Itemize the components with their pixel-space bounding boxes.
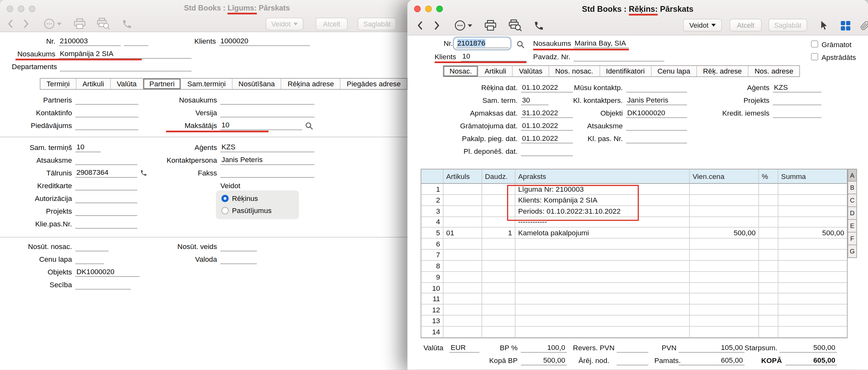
matrix-tab-c[interactable]: C <box>848 194 857 207</box>
pct-cell[interactable] <box>759 272 778 282</box>
summa-cell[interactable] <box>778 250 847 260</box>
talrunis-field[interactable]: 29087364 <box>75 168 137 178</box>
vien-cena-cell[interactable] <box>690 294 759 304</box>
drag-menu-icon[interactable] <box>41 18 63 30</box>
print-preview-icon[interactable] <box>508 20 523 32</box>
artikuls-cell[interactable] <box>443 195 483 205</box>
vien-cena-cell[interactable] <box>690 195 759 205</box>
vien-cena-cell[interactable] <box>690 272 759 282</box>
pamats-field[interactable]: 605,00 <box>679 356 744 366</box>
artikuls-cell[interactable] <box>443 239 483 249</box>
summa-cell[interactable]: 500,00 <box>778 228 847 238</box>
atcelt-button[interactable]: Atcelt <box>730 19 762 32</box>
select-tool-icon[interactable] <box>818 20 830 31</box>
artikuls-cell[interactable]: 01 <box>443 228 483 238</box>
apraksts-cell[interactable] <box>516 315 690 326</box>
daudz-cell[interactable] <box>482 305 515 315</box>
tab-artikuli[interactable]: Artikuli <box>478 66 513 76</box>
autorizacija-field[interactable] <box>75 194 137 203</box>
maksatajs-field[interactable]: 10 <box>220 121 302 130</box>
summa-cell[interactable] <box>778 327 847 337</box>
projekts-field[interactable] <box>75 206 137 216</box>
artikuls-cell[interactable] <box>443 261 483 271</box>
summa-cell[interactable] <box>778 272 847 282</box>
pct-cell[interactable] <box>759 239 778 249</box>
piedavajums-field[interactable] <box>75 121 138 130</box>
minimize-button[interactable] <box>425 5 432 12</box>
atsauksme-field[interactable] <box>75 156 137 165</box>
matrix-tab-d[interactable]: D <box>848 207 857 220</box>
print-preview-icon[interactable] <box>96 18 111 30</box>
pct-cell[interactable] <box>759 195 778 205</box>
tab-valuta[interactable]: Valūta <box>111 79 143 89</box>
pct-cell[interactable] <box>759 327 778 337</box>
pct-cell[interactable] <box>759 294 778 304</box>
apraksts-cell[interactable] <box>516 272 690 282</box>
veidot-button[interactable]: Veidot <box>683 19 722 32</box>
fakss-field[interactable] <box>220 168 315 178</box>
pvn-field[interactable]: 105,00 <box>679 343 744 353</box>
pct-cell[interactable] <box>759 206 778 216</box>
summa-cell[interactable] <box>778 195 847 205</box>
vien-cena-cell[interactable] <box>690 261 759 271</box>
vien-cena-cell[interactable]: 500,00 <box>690 228 759 238</box>
search-icon[interactable] <box>304 121 313 130</box>
kl-pas-nr-field[interactable] <box>626 134 687 144</box>
daudz-cell[interactable] <box>482 272 515 282</box>
zoom-button[interactable] <box>436 5 443 12</box>
tab-artikuli[interactable]: Artikuli <box>76 79 111 89</box>
kreditkarte-field[interactable] <box>75 181 137 190</box>
pct-cell[interactable] <box>759 305 778 315</box>
table-row[interactable]: 5 01 1 Kamelota pakalpojumi 500,00 500,0… <box>421 228 847 239</box>
table-row[interactable]: 11 <box>421 294 847 304</box>
artikuls-cell[interactable] <box>443 272 483 282</box>
gramatot-checkbox[interactable] <box>811 40 818 48</box>
revers-pvn-field[interactable] <box>617 343 648 353</box>
tab-termini[interactable]: Termiņi <box>40 79 76 89</box>
nosut-nosac-field[interactable] <box>75 242 108 251</box>
valoda-field[interactable] <box>220 255 257 264</box>
pct-cell[interactable] <box>759 283 778 293</box>
print-icon[interactable] <box>73 18 86 30</box>
summa-cell[interactable] <box>778 206 847 216</box>
forward-icon[interactable] <box>21 18 31 29</box>
apraksts-cell[interactable]: Kamelota pakalpojumi <box>516 228 690 238</box>
tab-identifikatori[interactable]: Identifikatori <box>600 66 651 76</box>
apraksts-cell[interactable] <box>516 261 690 271</box>
vien-cena-cell[interactable] <box>690 206 759 216</box>
atsauksme-field[interactable] <box>626 121 687 131</box>
valuta-field[interactable]: EUR <box>450 343 479 353</box>
daudz-cell[interactable] <box>482 327 515 337</box>
tab-nosac[interactable]: Nosac. <box>443 66 478 76</box>
summa-cell[interactable] <box>778 283 847 293</box>
paperclip-icon[interactable] <box>859 20 868 32</box>
tab-partneri[interactable]: Partneri <box>143 79 181 89</box>
call-icon[interactable] <box>140 169 148 177</box>
cenu-lapa-field[interactable] <box>75 255 104 264</box>
partneris-field[interactable] <box>75 95 138 105</box>
apraksts-cell[interactable] <box>516 250 690 260</box>
vien-cena-cell[interactable] <box>690 250 759 260</box>
versija-field[interactable] <box>220 108 315 118</box>
daudz-cell[interactable] <box>482 315 515 326</box>
zoom-button[interactable] <box>29 5 35 12</box>
saglabat-button[interactable]: Saglabāt <box>768 19 807 32</box>
table-row[interactable]: 13 <box>421 315 847 327</box>
bp-pct-field[interactable]: 100,0 <box>521 343 567 353</box>
nosaukums-field[interactable]: Marina Bay, SIA <box>574 39 629 49</box>
tab-rek-adrese[interactable]: Rēķ. adrese <box>697 66 749 76</box>
table-row[interactable]: 6 <box>421 239 847 250</box>
apstradats-checkbox[interactable] <box>811 53 818 61</box>
kl-kontaktpers-field[interactable]: Janis Peteris <box>626 96 687 105</box>
musu-kontaktp-field[interactable] <box>626 83 687 93</box>
artikuls-cell[interactable] <box>443 206 483 216</box>
tab-valutas[interactable]: Valūtas <box>513 66 549 76</box>
summa-cell[interactable] <box>778 294 847 304</box>
link-grid-icon[interactable] <box>839 20 851 32</box>
artikuls-cell[interactable] <box>443 283 483 293</box>
search-icon[interactable] <box>516 40 525 49</box>
pl-depones-dat-field[interactable] <box>521 147 573 156</box>
summa-cell[interactable] <box>778 239 847 249</box>
vien-cena-cell[interactable] <box>690 315 759 326</box>
daudz-cell[interactable] <box>482 261 515 271</box>
